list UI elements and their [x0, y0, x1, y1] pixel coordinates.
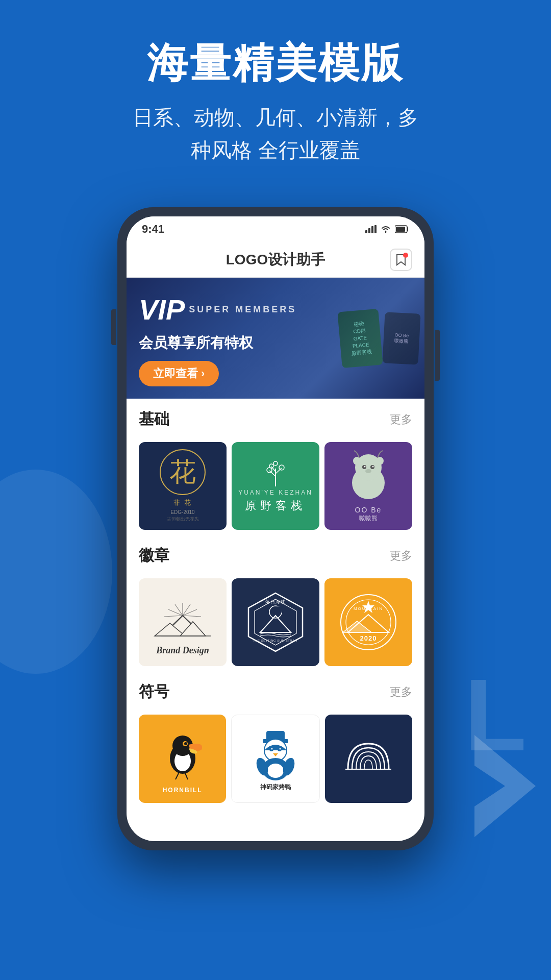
badge-section-header: 徽章 更多: [127, 535, 424, 578]
svg-marker-49: [343, 621, 371, 632]
animal-character-icon: [343, 450, 394, 506]
brand-design-text: Brand Design: [156, 645, 209, 656]
svg-point-65: [279, 748, 281, 750]
svg-line-58: [185, 773, 188, 779]
penguin-icon: [250, 726, 301, 782]
svg-point-56: [184, 742, 187, 745]
svg-marker-35: [155, 623, 185, 636]
status-bar: 9:41: [127, 216, 424, 242]
svg-rect-5: [374, 225, 377, 233]
symbol-template-grid: HORNBILL: [127, 715, 424, 803]
svg-point-23: [372, 465, 374, 467]
phone-frame: 9:41: [117, 207, 434, 850]
svg-line-10: [276, 468, 282, 474]
concentric-icon: [338, 728, 399, 790]
scroll-content: 碰碰CD那GATEPLACE原野客栈 OO Be嗷嗷熊 VIP SUPER ME…: [127, 278, 424, 841]
svg-rect-2: [365, 230, 367, 233]
badge-template-grid: Brand Design: [127, 578, 424, 666]
svg-text:2020: 2020: [360, 634, 377, 642]
vip-cta-button[interactable]: 立即查看 ›: [139, 361, 219, 386]
signal-icon: [365, 225, 377, 233]
template-card-animal[interactable]: OO Be 嗷嗷熊: [324, 442, 412, 530]
header: 海量精美模版 日系、动物、几何、小清新，多 种风格 全行业覆盖: [0, 0, 551, 187]
notification-button[interactable]: [390, 249, 412, 271]
svg-point-13: [279, 465, 284, 470]
svg-point-67: [267, 764, 284, 778]
basic-section-header: 基础 更多: [127, 399, 424, 442]
svg-marker-36: [180, 622, 206, 636]
svg-text:落日海峡: 落日海峡: [265, 599, 286, 604]
toucan-icon: [157, 730, 208, 787]
svg-rect-3: [368, 228, 370, 233]
basic-more-button[interactable]: 更多: [390, 412, 412, 427]
svg-rect-7: [396, 227, 405, 232]
symbol-section-header: 符号 更多: [127, 671, 424, 715]
vip-label: VIP: [139, 293, 185, 326]
basic-section-title: 基础: [139, 409, 169, 430]
template-card-flower[interactable]: 花 非 花 EDG-2010 古但朝出无花先: [139, 442, 227, 530]
template-card-hornbill[interactable]: HORNBILL: [139, 715, 226, 803]
svg-point-64: [271, 748, 272, 750]
mountain-rays-icon: [152, 600, 213, 641]
template-card-luorihaix ia[interactable]: 落日海峡 THE SETTING SUN STRAIT: [232, 578, 319, 666]
svg-point-19: [375, 457, 384, 465]
notification-dot: [403, 253, 408, 258]
svg-line-57: [176, 773, 179, 779]
subtitle: 日系、动物、几何、小清新，多 种风格 全行业覆盖: [0, 101, 551, 166]
wifi-icon: [381, 225, 391, 233]
svg-point-14: [269, 464, 273, 468]
mountain-badge-icon: 2020 MOUNTAIN: [338, 592, 399, 653]
svg-point-24: [365, 469, 371, 473]
svg-point-42: [274, 606, 282, 615]
phone-mockup: 9:41: [0, 207, 551, 850]
status-icons: [365, 225, 409, 233]
hexagon-badge-icon: 落日海峡 THE SETTING SUN STRAIT: [242, 589, 309, 655]
template-card-concentric[interactable]: [325, 715, 412, 803]
symbol-more-button[interactable]: 更多: [390, 684, 412, 700]
svg-point-18: [353, 457, 361, 465]
template-card-yuanye[interactable]: YUAN'YE KEZHAN 原野客栈: [232, 442, 319, 530]
svg-line-31: [164, 616, 183, 617]
app-bar: LOGO设计助手: [127, 242, 424, 278]
svg-text:MOUNTAIN: MOUNTAIN: [354, 606, 383, 611]
svg-rect-4: [371, 226, 373, 233]
main-title: 海量精美模版: [0, 41, 551, 86]
symbol-section-title: 符号: [139, 681, 169, 702]
template-card-brand-design[interactable]: Brand Design: [139, 578, 227, 666]
phone-screen: 9:41: [127, 216, 424, 841]
vip-banner[interactable]: 碰碰CD那GATEPLACE原野客栈 OO Be嗷嗷熊 VIP SUPER ME…: [127, 278, 424, 399]
plant-icon: [260, 458, 291, 489]
svg-line-28: [183, 616, 201, 617]
status-time: 9:41: [142, 223, 164, 236]
vip-super-label: SUPER MEMBERS: [189, 303, 296, 316]
template-card-mountain-2020[interactable]: 2020 MOUNTAIN: [324, 578, 412, 666]
template-card-penguin[interactable]: 神码家烤鸭: [231, 715, 319, 803]
svg-point-15: [273, 461, 278, 465]
badge-more-button[interactable]: 更多: [390, 548, 412, 564]
app-title: LOGO设计助手: [226, 250, 325, 270]
svg-point-22: [364, 465, 366, 467]
svg-line-9: [269, 471, 276, 476]
badge-section-title: 徽章: [139, 545, 169, 566]
basic-template-grid: 花 非 花 EDG-2010 古但朝出无花先: [127, 442, 424, 530]
battery-icon: [395, 225, 409, 233]
svg-text:THE SETTING SUN STRAIT: THE SETTING SUN STRAIT: [253, 639, 298, 642]
